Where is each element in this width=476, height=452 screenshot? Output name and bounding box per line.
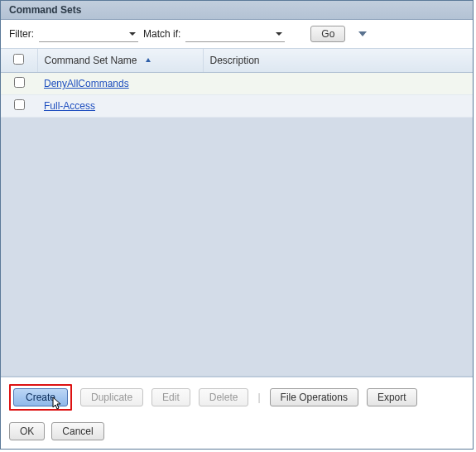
table-header-row: Command Set Name Description xyxy=(1,49,473,73)
filter-label: Filter: xyxy=(9,28,34,40)
file-operations-button[interactable]: File Operations xyxy=(270,388,358,406)
command-set-link[interactable]: DenyAllCommands xyxy=(44,78,129,89)
filter-combo[interactable] xyxy=(39,26,138,42)
action-bar: Create Duplicate Edit Delete | File Oper… xyxy=(1,377,473,417)
delete-button[interactable]: Delete xyxy=(199,388,249,406)
select-all-checkbox[interactable] xyxy=(13,54,24,65)
filter-bar: Filter: Match if: Go xyxy=(1,20,473,49)
cancel-button[interactable]: Cancel xyxy=(51,422,103,440)
sort-asc-icon xyxy=(145,55,151,66)
column-header-description[interactable]: Description xyxy=(203,49,473,73)
row-checkbox[interactable] xyxy=(14,99,25,110)
edit-button[interactable]: Edit xyxy=(151,388,190,406)
export-button[interactable]: Export xyxy=(367,388,417,406)
match-if-input[interactable] xyxy=(185,26,285,41)
match-if-label: Match if: xyxy=(143,28,180,40)
table-row[interactable]: Full-Access xyxy=(1,95,473,118)
column-header-name-label: Command Set Name xyxy=(45,55,137,66)
ok-button[interactable]: OK xyxy=(9,422,45,440)
duplicate-button[interactable]: Duplicate xyxy=(80,388,143,406)
column-header-name[interactable]: Command Set Name xyxy=(37,49,203,73)
row-description xyxy=(203,73,473,95)
panel-title: Command Sets xyxy=(1,1,473,20)
footer-bar: OK Cancel xyxy=(1,417,473,449)
row-checkbox[interactable] xyxy=(14,77,25,88)
row-description xyxy=(203,95,473,118)
command-set-link[interactable]: Full-Access xyxy=(44,100,95,112)
create-button[interactable]: Create xyxy=(13,388,68,406)
column-header-description-label: Description xyxy=(210,55,260,66)
filter-input[interactable] xyxy=(39,26,138,41)
divider: | xyxy=(257,392,261,403)
expand-filter-icon[interactable] xyxy=(357,28,368,40)
table-row[interactable]: DenyAllCommands xyxy=(1,73,473,95)
select-all-header[interactable] xyxy=(1,49,37,73)
go-button[interactable]: Go xyxy=(310,26,345,42)
create-highlight: Create xyxy=(9,384,72,411)
match-if-combo[interactable] xyxy=(185,26,285,42)
command-sets-table: Command Set Name Description DenyAllComm… xyxy=(1,49,473,118)
panel-title-text: Command Sets xyxy=(9,4,81,16)
command-sets-table-wrap: Command Set Name Description DenyAllComm… xyxy=(1,49,473,377)
command-sets-panel: Command Sets Filter: Match if: Go xyxy=(0,0,474,450)
